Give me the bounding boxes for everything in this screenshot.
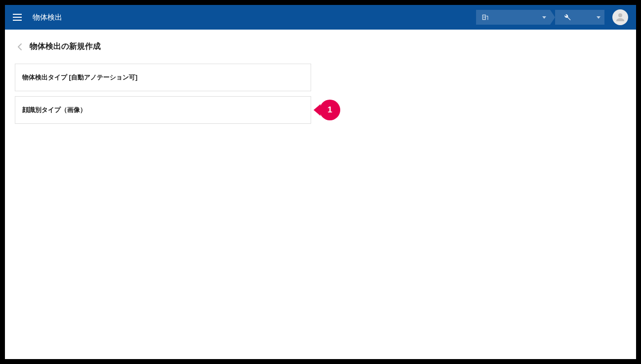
header-right bbox=[476, 9, 628, 25]
option-label: 物体検出タイプ [自動アノテーション可] bbox=[22, 73, 304, 82]
page-title: 物体検出の新規作成 bbox=[30, 41, 101, 52]
option-list: 物体検出タイプ [自動アノテーション可] 顔識別タイプ（画像） 1 bbox=[15, 64, 311, 124]
app-header: 物体検出 bbox=[5, 5, 636, 30]
org-selector[interactable] bbox=[476, 10, 550, 25]
caret-down-icon bbox=[597, 16, 601, 19]
back-button[interactable] bbox=[15, 42, 25, 52]
tool-selector[interactable] bbox=[555, 10, 604, 25]
header-title: 物体検出 bbox=[33, 13, 476, 22]
option-card-face-type[interactable]: 顔識別タイプ（画像） 1 bbox=[15, 96, 311, 124]
main-content: 物体検出の新規作成 物体検出タイプ [自動アノテーション可] 顔識別タイプ（画像… bbox=[5, 30, 636, 359]
option-card-detection-type[interactable]: 物体検出タイプ [自動アノテーション可] bbox=[15, 64, 311, 91]
building-icon bbox=[481, 13, 489, 21]
svg-point-0 bbox=[618, 13, 622, 17]
page-header: 物体検出の新規作成 bbox=[15, 41, 626, 52]
option-label: 顔識別タイプ（画像） bbox=[22, 106, 304, 114]
wrench-icon bbox=[563, 13, 571, 21]
callout-marker: 1 bbox=[314, 100, 340, 120]
callout-number: 1 bbox=[320, 100, 340, 120]
menu-icon[interactable] bbox=[13, 11, 25, 23]
caret-down-icon bbox=[542, 16, 546, 19]
user-avatar[interactable] bbox=[612, 9, 628, 25]
